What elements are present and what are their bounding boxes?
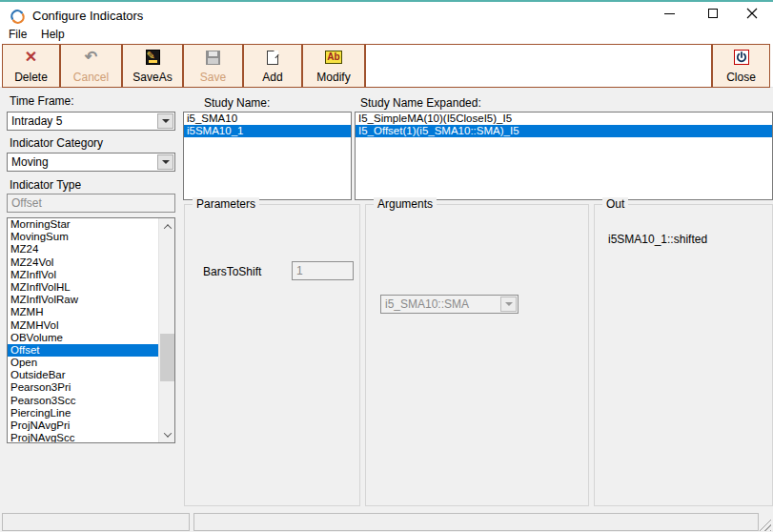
bars-to-shift-input[interactable]: 1 (292, 261, 354, 280)
save-as-button[interactable]: ✎ SaveAs (122, 44, 183, 88)
indicator-list-item[interactable]: MZ24 (8, 243, 158, 256)
close-button[interactable]: Close (712, 44, 770, 88)
status-panel-right (193, 513, 759, 531)
menu-file[interactable]: File (9, 28, 27, 41)
time-frame-dropdown-arrow-icon[interactable] (157, 113, 173, 129)
indicator-category-label: Indicator Category (10, 136, 103, 150)
window-title: Configure Indicators (32, 9, 143, 23)
indicator-category-combo[interactable]: Moving (7, 153, 175, 172)
save-label: Save (200, 72, 226, 84)
study-name-expanded-list[interactable]: I5_SimpleMA(10)(I5CloseI5)_I5I5_Offset(1… (355, 112, 773, 200)
study-name-list[interactable]: i5_SMA10i5SMA10_1 (183, 112, 352, 200)
delete-button[interactable]: ✕ Delete (2, 44, 60, 88)
indicator-list-item[interactable]: MZInflVol (8, 269, 158, 281)
indicator-list-item[interactable]: MZ24Vol (8, 256, 158, 269)
modify-button[interactable]: Ab Modify (302, 44, 365, 88)
configure-indicators-window: Configure Indicators File Help ✕ Delete … (0, 0, 773, 532)
out-value: i5SMA10_1::shifted (608, 233, 707, 246)
study-name-item[interactable]: i5_SMA10 (184, 113, 351, 125)
study-name-expanded-label: Study Name Expanded: (360, 96, 481, 110)
scroll-down-icon[interactable] (159, 426, 175, 442)
indicator-listbox[interactable]: MorningStarMovingSumMZ24MZ24VolMZInflVol… (7, 217, 175, 443)
bars-to-shift-label: BarsToShift (203, 265, 261, 278)
time-frame-combo[interactable]: Intraday 5 (7, 112, 175, 131)
indicator-type-label: Indicator Type (10, 178, 81, 192)
floppy-disk-icon (206, 51, 220, 65)
close-label: Close (726, 72, 756, 84)
time-frame-value: Intraday 5 (11, 114, 62, 128)
indicator-list-item[interactable]: ProjNAvgPri (8, 419, 158, 432)
add-label: Add (262, 72, 282, 84)
modify-ab-icon: Ab (325, 51, 342, 64)
indicator-list-item[interactable]: MZInflVolHL (8, 281, 158, 294)
app-swirl-icon (10, 9, 26, 25)
indicator-list-scrollbar[interactable] (158, 218, 174, 442)
indicator-type-value: Offset (11, 196, 42, 210)
arguments-groupbox: Arguments i5_SMA10::SMA (365, 204, 589, 506)
indicator-category-dropdown-arrow-icon[interactable] (157, 154, 173, 170)
arguments-combo: i5_SMA10::SMA (380, 295, 519, 314)
indicator-list-item[interactable]: MZInflVolRaw (8, 294, 158, 306)
indicator-list-item[interactable]: MovingSum (8, 231, 158, 243)
modify-label: Modify (316, 72, 350, 84)
menu-help[interactable]: Help (41, 28, 65, 41)
study-name-expanded-item[interactable]: I5_Offset(1)(i5_SMA10::SMA)_I5 (356, 125, 772, 137)
close-window-button[interactable] (730, 0, 773, 27)
out-title: Out (602, 197, 628, 211)
indicator-list-item[interactable]: Pearson3Pri (8, 381, 158, 394)
power-icon (734, 50, 749, 65)
indicator-list-item[interactable]: Open (8, 357, 158, 369)
save-button[interactable]: Save (183, 44, 243, 88)
add-button[interactable]: Add (243, 44, 302, 88)
delete-x-icon: ✕ (25, 49, 37, 66)
study-name-label: Study Name: (204, 96, 270, 110)
bars-to-shift-value: 1 (296, 264, 303, 277)
toolbar: ✕ Delete ↶ Cancel ✎ SaveAs Save Add Ab M… (0, 44, 773, 88)
delete-label: Delete (14, 72, 48, 84)
indicator-list-item[interactable]: MorningStar (8, 218, 158, 231)
indicator-list-item[interactable]: MZMH (8, 306, 158, 318)
indicator-category-value: Moving (11, 155, 49, 169)
arguments-title: Arguments (374, 197, 437, 211)
parameters-groupbox: Parameters BarsToShift 1 (184, 204, 360, 506)
maximize-icon (708, 9, 718, 18)
indicator-list-item[interactable]: OBVolume (8, 332, 158, 344)
out-groupbox: Out i5SMA10_1::shifted (594, 204, 773, 506)
menu-bar: File Help (0, 27, 773, 44)
save-as-label: SaveAs (132, 72, 172, 84)
parameters-title: Parameters (193, 197, 259, 211)
scroll-up-icon[interactable] (159, 218, 175, 235)
indicator-list-item[interactable]: MZMHVol (8, 319, 158, 332)
close-x-icon (746, 8, 758, 19)
minimize-button[interactable] (648, 0, 691, 27)
indicator-list-item[interactable]: Pearson3Scc (8, 395, 158, 407)
time-frame-label: Time Frame: (10, 94, 74, 108)
study-name-expanded-item[interactable]: I5_SimpleMA(10)(I5CloseI5)_I5 (356, 113, 772, 125)
cancel-label: Cancel (73, 72, 109, 84)
study-name-item[interactable]: i5SMA10_1 (184, 125, 351, 137)
indicator-list-item[interactable]: Offset (8, 344, 158, 357)
indicator-list-item[interactable]: ProjNAvgScc (8, 432, 158, 443)
indicator-list-item[interactable]: PiercingLine (8, 407, 158, 419)
arguments-dropdown-arrow-icon (500, 297, 517, 312)
new-document-icon (267, 51, 278, 65)
status-panel-left (2, 513, 190, 531)
toolbar-spacer (365, 44, 712, 88)
arguments-combo-value: i5_SMA10::SMA (385, 297, 469, 311)
scrollbar-thumb[interactable] (160, 334, 174, 381)
maximize-button[interactable] (691, 0, 734, 27)
minimize-icon (664, 13, 675, 14)
indicator-list-item[interactable]: OutsideBar (8, 369, 158, 381)
indicator-listbox-items: MorningStarMovingSumMZ24MZ24VolMZInflVol… (8, 218, 158, 443)
cancel-button[interactable]: ↶ Cancel (60, 44, 122, 88)
undo-arrow-icon: ↶ (85, 49, 97, 66)
indicator-type-field: Offset (7, 194, 175, 213)
save-as-notebook-icon: ✎ (146, 50, 160, 65)
